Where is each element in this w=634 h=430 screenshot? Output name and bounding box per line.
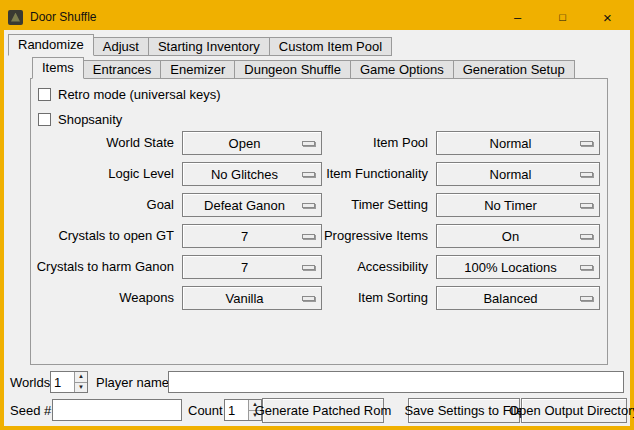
settings-row-6: Weapons Vanilla Item Sorting Balanced [4,286,630,310]
tab-dungeon-shuffle[interactable]: Dungeon Shuffle [234,60,351,79]
world-state-label: World State [34,131,174,155]
settings-row-2: Logic Level No Glitches Item Functionali… [4,162,630,186]
inner-tab-bar: Items Entrances Enemizer Dungeon Shuffle… [32,57,575,79]
open-output-directory-button[interactable]: Open Output Directory [521,398,627,423]
menu-indicator-icon [580,203,593,208]
settings-row-5: Crystals to harm Ganon 7 Accessibility 1… [4,255,630,279]
save-settings-button[interactable]: Save Settings to File [408,398,520,423]
tab-game-options[interactable]: Game Options [350,60,454,79]
weapons-label: Weapons [34,286,174,310]
tab-items[interactable]: Items [32,57,84,79]
goal-label: Goal [34,193,174,217]
crystals-harm-ganon-label: Crystals to harm Ganon [34,255,174,279]
settings-row-1: World State Open Item Pool Normal [4,131,630,155]
tab-entrances[interactable]: Entrances [83,60,162,79]
retro-mode-checkbox[interactable] [38,88,51,101]
settings-row-3: Goal Defeat Ganon Timer Setting No Timer [4,193,630,217]
item-sorting-dropdown[interactable]: Balanced [436,286,600,310]
menu-indicator-icon [580,234,593,239]
outer-tab-bar: Randomize Adjust Starting Inventory Cust… [8,34,392,56]
progressive-items-value: On [437,229,580,244]
logic-level-label: Logic Level [34,162,174,186]
shopsanity-row: Shopsanity [38,111,122,127]
item-sorting-label: Item Sorting [248,286,428,310]
item-functionality-dropdown[interactable]: Normal [436,162,600,186]
worlds-spinner-buttons: ▲ ▼ [74,372,87,392]
client-area: Randomize Adjust Starting Inventory Cust… [4,30,630,426]
maximize-button[interactable]: □ [540,4,585,30]
retro-mode-row: Retro mode (universal keys) [38,86,221,102]
timer-setting-label: Timer Setting [248,193,428,217]
spinner-down-icon[interactable]: ▼ [75,383,87,393]
tab-randomize[interactable]: Randomize [8,34,94,56]
item-pool-label: Item Pool [248,131,428,155]
item-pool-value: Normal [437,136,580,151]
item-functionality-label: Item Functionality [248,162,428,186]
app-icon [8,10,23,25]
tab-adjust[interactable]: Adjust [93,37,149,56]
progressive-items-label: Progressive Items [248,224,428,248]
shopsanity-checkbox[interactable] [38,113,51,126]
crystals-open-gt-label: Crystals to open GT [34,224,174,248]
seed-input[interactable] [52,399,182,421]
spinner-up-icon[interactable]: ▲ [75,372,87,383]
window-controls: – □ × [495,4,630,30]
worlds-spinner[interactable]: ▲ ▼ [50,371,88,393]
worlds-input[interactable] [51,372,74,392]
item-functionality-value: Normal [437,167,580,182]
item-pool-dropdown[interactable]: Normal [436,131,600,155]
window-title: Door Shuffle [30,10,97,24]
timer-setting-dropdown[interactable]: No Timer [436,193,600,217]
timer-setting-value: No Timer [437,198,580,213]
generate-patched-rom-button[interactable]: Generate Patched Rom [262,398,384,423]
menu-indicator-icon [580,141,593,146]
tab-generation-setup[interactable]: Generation Setup [453,60,575,79]
progressive-items-dropdown[interactable]: On [436,224,600,248]
accessibility-dropdown[interactable]: 100% Locations [436,255,600,279]
worlds-label: Worlds [10,371,50,394]
seed-label: Seed # [10,399,51,422]
tab-starting-inventory[interactable]: Starting Inventory [148,37,270,56]
close-button[interactable]: × [585,4,630,30]
tab-custom-item-pool[interactable]: Custom Item Pool [269,37,392,56]
accessibility-label: Accessibility [248,255,428,279]
item-sorting-value: Balanced [437,291,580,306]
player-names-label: Player names [96,371,175,394]
menu-indicator-icon [580,172,593,177]
count-input[interactable] [225,400,248,420]
minimize-button[interactable]: – [495,4,540,30]
menu-indicator-icon [580,265,593,270]
door-shuffle-window: Door Shuffle – □ × Randomize Adjust Star… [0,0,634,430]
accessibility-value: 100% Locations [437,260,580,275]
tab-enemizer[interactable]: Enemizer [160,60,235,79]
retro-mode-label: Retro mode (universal keys) [58,87,221,102]
count-label: Count [188,399,223,422]
shopsanity-label: Shopsanity [58,112,122,127]
menu-indicator-icon [580,296,593,301]
settings-row-4: Crystals to open GT 7 Progressive Items … [4,224,630,248]
player-names-input[interactable] [168,371,624,393]
titlebar: Door Shuffle – □ × [4,4,630,30]
